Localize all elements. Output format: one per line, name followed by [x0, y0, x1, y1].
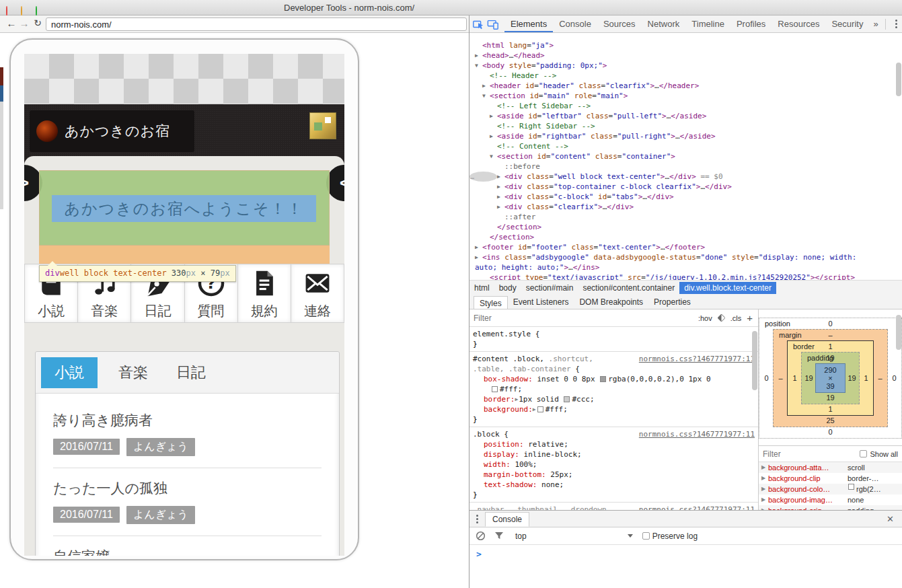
list-item[interactable]: 自信家嬢2016/07/11よんぎょう: [53, 547, 322, 556]
expand-arrow-icon[interactable]: ▶: [515, 396, 518, 402]
expand-arrow-icon[interactable]: ▶: [761, 494, 768, 505]
post-title[interactable]: 自信家嬢: [53, 547, 322, 556]
computed-property-row[interactable]: ▶background-colo…rgb(2…: [759, 484, 902, 494]
color-swatch[interactable]: [600, 376, 606, 382]
toggle-hover-state[interactable]: :hov: [698, 314, 712, 322]
tree-line[interactable]: <!-- Left Sidebar -->: [469, 101, 490, 111]
tab-elements[interactable]: Elements: [504, 15, 553, 32]
devtools-menu-kebab-icon[interactable]: [889, 20, 902, 28]
tree-line[interactable]: ▶<div class="c-block" id="tabs">…</div>: [469, 192, 497, 202]
css-property[interactable]: #fff;: [473, 384, 755, 394]
execution-context-selector[interactable]: top: [515, 531, 527, 541]
close-drawer-icon[interactable]: ✕: [878, 514, 902, 524]
console-filter-icon[interactable]: [491, 529, 507, 543]
tree-line[interactable]: ▼<section id="main" role="main">: [469, 91, 482, 101]
css-property[interactable]: display: inline-block;: [473, 449, 755, 460]
tree-line[interactable]: ▶<aside id="leftbar" class="pull-left">……: [469, 111, 490, 121]
stylesheet-link[interactable]: normnois.css?1467771977:11: [639, 505, 755, 510]
tree-line[interactable]: …▶<div class="well block text-center">…<…: [469, 172, 497, 182]
tree-line[interactable]: <!-- Content -->: [469, 141, 490, 151]
post-title[interactable]: 誇り高き臆病者: [53, 411, 322, 430]
new-style-rule-icon[interactable]: +: [747, 312, 754, 324]
tree-line[interactable]: ▼<body style="padding: 0px;">: [469, 61, 478, 71]
tab-timeline[interactable]: Timeline: [685, 15, 730, 32]
show-all-checkbox[interactable]: [860, 450, 867, 457]
close-window-button[interactable]: [6, 6, 7, 16]
sidebar-tab-styles[interactable]: Styles: [474, 296, 508, 309]
preserve-log-checkbox[interactable]: [642, 532, 650, 540]
post-title[interactable]: たった一人の孤独: [53, 479, 322, 498]
forward-icon[interactable]: →: [18, 17, 30, 29]
pseudo-state-icon[interactable]: [718, 314, 725, 322]
expand-arrow-icon[interactable]: ▶: [497, 202, 504, 212]
computed-scrollbar[interactable]: [896, 315, 901, 350]
expand-arrow-icon[interactable]: ▶: [761, 484, 768, 494]
color-swatch[interactable]: [564, 396, 570, 402]
expand-arrow-icon[interactable]: ▶: [761, 473, 768, 484]
expand-arrow-icon[interactable]: ▶: [761, 462, 768, 473]
tab-console[interactable]: Console: [485, 512, 529, 527]
reload-icon[interactable]: ↻: [32, 17, 44, 28]
shortcut-document[interactable]: 規約: [238, 264, 291, 323]
tree-line[interactable]: ::after: [469, 212, 497, 222]
tab-resources[interactable]: Resources: [772, 15, 825, 32]
inspect-element-icon[interactable]: [472, 17, 484, 31]
stylesheet-link[interactable]: normnois.css?1467771977:11: [639, 429, 755, 439]
site-logo-block[interactable]: あかつきのお宿: [30, 110, 194, 152]
console-prompt[interactable]: >: [469, 545, 902, 559]
css-property[interactable]: background:▶#fff;: [473, 404, 755, 414]
css-property[interactable]: text-shadow: none;: [473, 480, 755, 490]
color-swatch[interactable]: [848, 484, 854, 490]
device-toolbar-icon[interactable]: [487, 17, 499, 31]
css-property[interactable]: position: relative;: [473, 439, 755, 449]
expand-arrow-icon[interactable]: ▶: [497, 192, 504, 202]
tree-line[interactable]: ▶<div class="top-container c-block clear…: [469, 182, 497, 192]
clear-console-icon[interactable]: [472, 529, 488, 543]
computed-property-row[interactable]: ▶background-imag…none: [759, 494, 902, 505]
styles-scrollbar[interactable]: [752, 331, 757, 390]
stylesheet-link[interactable]: normnois.css?1467771977:11: [639, 354, 755, 364]
expand-arrow-icon[interactable]: ▶: [482, 81, 490, 91]
elements-scrollbar[interactable]: [896, 63, 901, 96]
tree-line[interactable]: <!-- Header -->: [469, 71, 482, 81]
color-swatch[interactable]: [537, 406, 543, 412]
expand-arrow-icon[interactable]: ▶: [475, 242, 482, 252]
expand-arrow-icon[interactable]: ▶: [761, 505, 768, 510]
sidebar-tab-dom-breakpoints[interactable]: DOM Breakpoints: [574, 295, 648, 309]
expand-arrow-icon[interactable]: ▶: [490, 131, 497, 141]
breadcrumb-item[interactable]: section#content.container: [578, 282, 679, 294]
tree-line[interactable]: ▶<head>…</head>: [469, 50, 478, 61]
url-input[interactable]: [46, 17, 467, 31]
css-property[interactable]: margin-bottom: 25px;: [473, 470, 755, 480]
tree-line[interactable]: </section>: [469, 232, 482, 242]
expand-arrow-icon[interactable]: ▼: [475, 61, 482, 71]
styles-filter-input[interactable]: [474, 314, 698, 323]
expand-arrow-icon[interactable]: ▼: [490, 151, 497, 161]
site-tab[interactable]: 音楽: [110, 357, 157, 388]
expand-arrow-icon[interactable]: ▶: [533, 406, 536, 412]
expand-arrow-icon[interactable]: ▶: [475, 252, 482, 262]
breadcrumb-item[interactable]: section#main: [521, 282, 578, 294]
tree-line[interactable]: <script type="text/javascript" src="/js/…: [469, 272, 482, 280]
color-swatch[interactable]: [492, 386, 498, 392]
more-tabs-chevron[interactable]: »: [869, 19, 882, 29]
css-property[interactable]: width: 100%;: [473, 460, 755, 470]
computed-property-row[interactable]: ▶background-origpadding: [759, 505, 902, 510]
zoom-window-button[interactable]: [36, 6, 37, 16]
expand-arrow-icon[interactable]: ▶: [490, 111, 497, 121]
tree-line[interactable]: ▶<aside id="rightbar" class="pull-right"…: [469, 131, 490, 141]
site-tab[interactable]: 小説: [41, 357, 98, 388]
tab-profiles[interactable]: Profiles: [730, 15, 772, 32]
tree-line[interactable]: ▶<footer id="footer" class="text-center"…: [469, 242, 478, 252]
computed-filter-input[interactable]: [763, 449, 860, 459]
header-thumbnail-image[interactable]: [309, 112, 336, 139]
tab-console[interactable]: Console: [553, 15, 597, 32]
sidebar-tab-properties[interactable]: Properties: [648, 295, 696, 309]
tree-line[interactable]: ▶<ins class="adsbygoogle" data-adsbygoog…: [469, 252, 478, 262]
css-property[interactable]: box-shadow: inset 0 0 8px rgba(0,0,0,0.2…: [473, 374, 755, 384]
expand-arrow-icon[interactable]: ▶: [475, 50, 482, 61]
expand-arrow-icon[interactable]: ▶: [497, 172, 504, 182]
computed-property-row[interactable]: ▶background-atta…scroll: [759, 462, 902, 473]
back-icon[interactable]: ←: [5, 17, 17, 29]
tree-line[interactable]: <html lang="ja">: [469, 40, 478, 50]
